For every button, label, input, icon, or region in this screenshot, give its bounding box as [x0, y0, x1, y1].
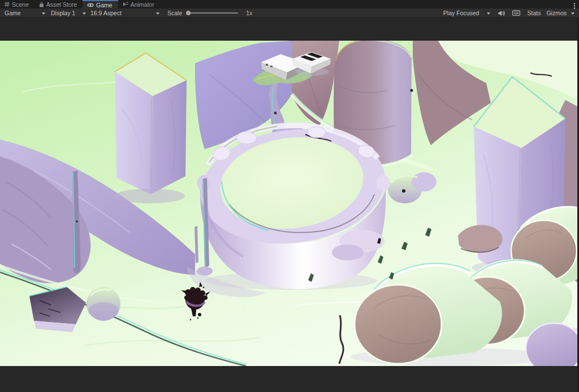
editor-tab-bar: Scene Asset Store Game Animator: [0, 0, 579, 8]
display-select-label: Display 1: [51, 10, 75, 16]
tab-label: Scene: [12, 1, 29, 8]
vsync-grid-icon[interactable]: [512, 10, 520, 16]
aspect-ratio-label: 16:9 Aspect: [90, 10, 122, 16]
tab-label: Animator: [131, 1, 154, 8]
chevron-down-icon: [156, 12, 159, 15]
tab-game[interactable]: Game: [83, 0, 118, 8]
display-mode-dropdown[interactable]: Game: [5, 10, 45, 16]
tab-label: Game: [96, 2, 113, 8]
tab-scene[interactable]: Scene: [0, 0, 34, 8]
game-view-toolbar: Game Display 1 16:9 Aspect Scale 1x Play…: [0, 8, 579, 18]
tab-asset-store[interactable]: Asset Store: [34, 0, 83, 8]
scale-value: 1x: [246, 10, 252, 16]
stats-button[interactable]: Stats: [527, 10, 541, 16]
animator-icon: [123, 2, 128, 7]
pillar-left: [115, 53, 187, 203]
play-focused-label: Play Focused: [443, 10, 479, 16]
chevron-down-icon: [571, 12, 574, 15]
game-scene-svg: [0, 41, 579, 366]
chevron-down-icon: [487, 12, 490, 15]
scene-grid-icon: [5, 2, 10, 7]
scale-slider-knob[interactable]: [186, 11, 191, 15]
scale-label: Scale: [167, 10, 182, 16]
gizmos-label: Gizmos: [546, 10, 567, 16]
aspect-ratio-dropdown[interactable]: 16:9 Aspect: [90, 10, 159, 16]
gizmos-dropdown[interactable]: Gizmos: [546, 10, 574, 16]
toolbar-right-group: Play Focused Stats Gizmos: [443, 10, 574, 16]
play-focused-dropdown[interactable]: Play Focused: [443, 10, 491, 16]
game-render-canvas[interactable]: [0, 41, 579, 366]
mute-audio-speaker-icon[interactable]: [498, 10, 505, 16]
tab-label: Asset Store: [46, 1, 77, 8]
display-mode-label: Game: [5, 10, 21, 16]
gamepad-icon: [87, 3, 94, 7]
kebab-menu-icon[interactable]: [573, 1, 576, 11]
scale-slider[interactable]: [186, 12, 238, 14]
chevron-down-icon: [83, 12, 86, 15]
round-boulder: [87, 287, 120, 321]
display-select-dropdown[interactable]: Display 1: [51, 10, 86, 16]
game-viewport-letterbox: [0, 18, 579, 392]
asset-store-bag-icon: [39, 2, 44, 7]
tab-animator[interactable]: Animator: [118, 0, 160, 8]
scale-control: Scale 1x: [167, 10, 252, 16]
chevron-down-icon: [42, 12, 45, 15]
